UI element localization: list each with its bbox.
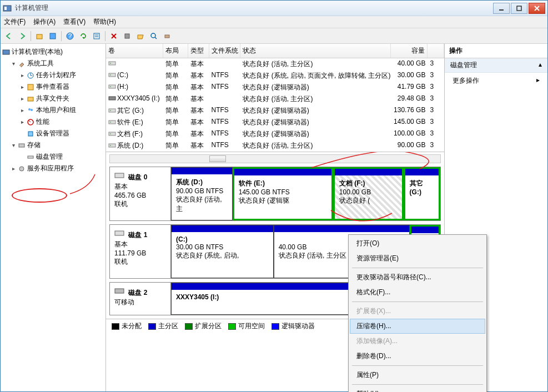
col-extra[interactable] bbox=[428, 44, 444, 58]
svg-point-41 bbox=[110, 110, 111, 111]
svg-rect-7 bbox=[50, 33, 56, 39]
minimize-button[interactable] bbox=[493, 3, 510, 14]
drive-icon bbox=[108, 72, 116, 78]
svg-rect-18 bbox=[165, 35, 169, 38]
svg-rect-35 bbox=[109, 73, 115, 77]
actions-section[interactable]: 磁盘管理▴ bbox=[445, 58, 547, 73]
users-icon bbox=[26, 106, 35, 115]
svg-point-36 bbox=[110, 74, 111, 76]
expand-icon[interactable]: ▸ bbox=[19, 96, 25, 102]
clock-icon bbox=[26, 71, 35, 80]
partition-c[interactable]: (C:)30.00 GB NTFS状态良好 (系统, 启动, bbox=[171, 225, 274, 278]
menu-open[interactable]: 打开(O) bbox=[350, 236, 485, 251]
volume-row[interactable]: 其它 (G:)简单基本NTFS状态良好 (逻辑驱动器)130.76 GB3 bbox=[106, 105, 444, 117]
volume-row[interactable]: 文档 (F:)简单基本NTFS状态良好 (逻辑驱动器)100.00 GB3 bbox=[106, 128, 444, 140]
hdd-icon bbox=[114, 172, 124, 179]
menu-view[interactable]: 查看(V) bbox=[63, 17, 86, 27]
menu-format[interactable]: 格式化(F)... bbox=[350, 285, 485, 300]
tree-event-viewer[interactable]: ▸事件查看器 bbox=[19, 81, 104, 93]
menu-change-drive[interactable]: 更改驱动器号和路径(C)... bbox=[350, 270, 485, 285]
drive-icon bbox=[108, 60, 116, 67]
svg-rect-29 bbox=[28, 132, 33, 136]
tree-panel: 计算机管理(本地) ▾ 系统工具 ▸任务计划程序 ▸事件查看器 ▸共享文件夹 ▸… bbox=[1, 44, 106, 391]
collapse-icon[interactable]: ▾ bbox=[11, 61, 16, 67]
expand-icon[interactable]: ▸ bbox=[19, 107, 25, 113]
partition-e[interactable]: 软件 (E:)145.00 GB NTFS状态良好 (逻辑驱 bbox=[233, 167, 333, 220]
expand-icon[interactable]: ▸ bbox=[19, 72, 25, 78]
partition-d[interactable]: 系统 (D:)90.00 GB NTFS状态良好 (活动, 主 bbox=[171, 167, 233, 220]
tree-local-users[interactable]: ▸本地用户和组 bbox=[19, 104, 104, 116]
svg-rect-19 bbox=[3, 50, 9, 54]
volume-row[interactable]: (H:)简单基本NTFS状态良好 (逻辑驱动器)41.79 GB3 bbox=[106, 82, 444, 93]
disk-1-label[interactable]: 磁盘 1 基本 111.79 GB 联机 bbox=[110, 225, 171, 278]
tree-root[interactable]: 计算机管理(本地) bbox=[2, 46, 104, 58]
col-volume[interactable]: 卷 bbox=[106, 44, 163, 58]
svg-rect-10 bbox=[94, 33, 99, 39]
settings-button[interactable] bbox=[121, 30, 133, 42]
tree-storage[interactable]: ▾ 存储 bbox=[11, 139, 104, 151]
volume-row[interactable]: 系统 (D:)简单基本NTFS状态良好 (活动, 主分区)90.00 GB3 bbox=[106, 140, 444, 152]
svg-rect-3 bbox=[517, 6, 521, 11]
tree-task-scheduler[interactable]: ▸任务计划程序 bbox=[19, 69, 104, 81]
tree-services-apps[interactable]: ▸ 服务和应用程序 bbox=[11, 163, 104, 174]
refresh-button[interactable] bbox=[77, 30, 89, 42]
back-button[interactable] bbox=[3, 30, 15, 42]
disk-icon bbox=[26, 153, 35, 162]
menu-shrink[interactable]: 压缩卷(H)... bbox=[350, 319, 485, 334]
volume-row[interactable]: 软件 (E:)简单基本NTFS状态良好 (逻辑驱动器)145.00 GB3 bbox=[106, 117, 444, 128]
disk-0-label[interactable]: 磁盘 0 基本 465.76 GB 联机 bbox=[110, 167, 171, 220]
action-button[interactable] bbox=[108, 30, 120, 42]
more-actions[interactable]: 更多操作▸ bbox=[445, 73, 547, 89]
help-button[interactable]: ? bbox=[64, 30, 76, 42]
list-button[interactable] bbox=[91, 30, 103, 42]
partition-g[interactable]: 其它 (G:) bbox=[404, 167, 440, 220]
svg-point-45 bbox=[110, 133, 111, 134]
volume-row[interactable]: XXXY3405 (I:)简单基本状态良好 (活动, 主分区)29.48 GB3 bbox=[106, 93, 444, 105]
tree-system-tools[interactable]: ▾ 系统工具 bbox=[11, 58, 104, 69]
tree-performance[interactable]: ▸性能 bbox=[19, 116, 104, 128]
svg-point-34 bbox=[110, 63, 111, 64]
expand-icon[interactable]: ▸ bbox=[11, 165, 16, 172]
maximize-button[interactable] bbox=[511, 3, 527, 14]
menu-file[interactable]: 文件(F) bbox=[4, 17, 26, 27]
menu-extend: 扩展卷(X)... bbox=[350, 304, 485, 319]
drive-icon bbox=[108, 95, 116, 102]
menu-properties[interactable]: 属性(P) bbox=[350, 368, 485, 383]
menu-explorer[interactable]: 资源管理器(E) bbox=[350, 251, 485, 266]
tree-shared-folders[interactable]: ▸共享文件夹 bbox=[19, 93, 104, 104]
volume-row[interactable]: (C:)简单基本NTFS状态良好 (系统, 启动, 页面文件, 故障转储, 主分… bbox=[106, 70, 444, 82]
search-button[interactable] bbox=[148, 30, 160, 42]
disk-2-label[interactable]: 磁盘 2 可移动 bbox=[110, 283, 171, 315]
close-button[interactable] bbox=[529, 3, 545, 14]
col-filesystem[interactable]: 文件系统 bbox=[209, 44, 241, 58]
menu-help[interactable]: 帮助(H) bbox=[93, 17, 116, 27]
hdd-icon bbox=[114, 229, 124, 237]
tree-disk-management[interactable]: 磁盘管理 bbox=[19, 151, 104, 163]
menu-help[interactable]: 帮助(H) bbox=[350, 386, 485, 392]
collapse-icon[interactable]: ▾ bbox=[11, 142, 16, 148]
expand-icon[interactable]: ▸ bbox=[19, 119, 25, 125]
toolbar: ? bbox=[1, 28, 547, 44]
horizontal-scrollbar[interactable] bbox=[109, 154, 441, 163]
volume-row[interactable]: 简单基本状态良好 (活动, 主分区)40.00 GB3 bbox=[106, 58, 444, 70]
props-button[interactable] bbox=[47, 30, 59, 42]
col-capacity[interactable]: 容量 bbox=[391, 44, 428, 58]
expand-icon[interactable]: ▸ bbox=[19, 84, 25, 90]
col-status[interactable]: 状态 bbox=[240, 44, 390, 58]
storage-icon bbox=[17, 141, 26, 150]
up-button[interactable] bbox=[33, 30, 46, 42]
drive-icon bbox=[108, 107, 116, 114]
device-icon bbox=[26, 129, 35, 138]
col-layout[interactable]: 布局 bbox=[163, 44, 188, 58]
open-button[interactable] bbox=[134, 30, 147, 42]
svg-rect-31 bbox=[28, 156, 33, 158]
tool-button[interactable] bbox=[161, 30, 173, 42]
menu-delete[interactable]: 删除卷(D)... bbox=[350, 349, 485, 364]
forward-button[interactable] bbox=[16, 30, 28, 42]
drive-icon bbox=[108, 130, 116, 137]
menu-action[interactable]: 操作(A) bbox=[33, 17, 56, 27]
col-type[interactable]: 类型 bbox=[188, 44, 209, 58]
tree-device-manager[interactable]: 设备管理器 bbox=[19, 128, 104, 139]
partition-f[interactable]: 文档 (F:)100.00 GB状态良好 ( bbox=[333, 167, 404, 220]
svg-rect-33 bbox=[109, 62, 115, 65]
